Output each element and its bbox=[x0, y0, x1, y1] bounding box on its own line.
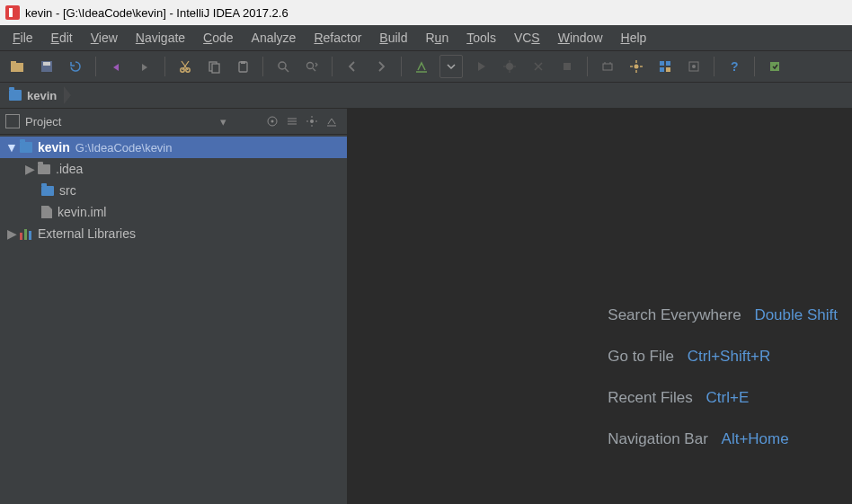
settings-gear-icon[interactable] bbox=[302, 111, 322, 131]
navigation-bar[interactable]: kevin bbox=[0, 83, 852, 109]
svg-rect-30 bbox=[666, 61, 670, 66]
coverage-icon[interactable] bbox=[528, 56, 549, 77]
window-title: kevin - [G:\IdeaCode\kevin] - IntelliJ I… bbox=[25, 6, 288, 20]
tree-item-label: .idea bbox=[56, 162, 83, 176]
update-icon[interactable] bbox=[764, 56, 785, 77]
hide-icon[interactable] bbox=[322, 111, 342, 131]
toolbar-separator bbox=[714, 57, 714, 76]
menu-file[interactable]: File bbox=[4, 27, 42, 49]
svg-rect-1 bbox=[11, 61, 16, 64]
app-icon bbox=[5, 5, 20, 20]
debug-icon[interactable] bbox=[499, 56, 520, 77]
menu-run[interactable]: Run bbox=[416, 27, 457, 49]
hint-label: Navigation Bar bbox=[608, 430, 708, 447]
find-icon[interactable] bbox=[272, 56, 294, 77]
svg-line-11 bbox=[285, 68, 288, 72]
project-pane-header: Project ▾ bbox=[0, 109, 347, 135]
replace-icon[interactable] bbox=[301, 56, 323, 77]
collapse-all-icon[interactable] bbox=[282, 111, 302, 131]
svg-point-12 bbox=[307, 63, 314, 69]
menu-view[interactable]: View bbox=[82, 27, 127, 49]
hint-shortcut: Double Shift bbox=[754, 306, 838, 323]
make-project-icon[interactable] bbox=[411, 56, 432, 77]
menu-help[interactable]: Help bbox=[612, 27, 656, 49]
svg-line-13 bbox=[313, 68, 315, 71]
source-folder-icon bbox=[41, 186, 54, 196]
tree-item-label: src bbox=[59, 183, 76, 198]
project-tree[interactable]: ▼ kevin G:\IdeaCode\kevin ▶ .idea src ke… bbox=[0, 135, 347, 504]
hint-shortcut: Ctrl+E bbox=[706, 389, 750, 406]
tree-item-external-libraries[interactable]: ▶ External Libraries bbox=[0, 223, 347, 244]
window-titlebar: kevin - [G:\IdeaCode\kevin] - IntelliJ I… bbox=[0, 0, 852, 25]
run-config-dropdown[interactable] bbox=[439, 55, 463, 78]
folder-icon bbox=[38, 164, 50, 174]
hint-label: Go to File bbox=[608, 348, 674, 365]
svg-rect-9 bbox=[241, 61, 245, 64]
menu-bar: File Edit View Navigate Code Analyze Ref… bbox=[0, 25, 852, 51]
tree-item-iml[interactable]: kevin.iml bbox=[0, 201, 347, 223]
run-icon[interactable] bbox=[470, 56, 492, 77]
save-all-icon[interactable] bbox=[36, 56, 58, 77]
toolbar-separator bbox=[332, 57, 333, 76]
hint-label: Search Everywhere bbox=[608, 306, 741, 323]
hint-navigation-bar: Navigation Bar Alt+Home bbox=[608, 430, 838, 448]
svg-rect-7 bbox=[212, 64, 219, 73]
project-view-icon bbox=[5, 114, 20, 128]
svg-point-24 bbox=[635, 65, 639, 69]
menu-window[interactable]: Window bbox=[549, 27, 612, 49]
toolbar-separator bbox=[754, 57, 755, 76]
editor-area: Search Everywhere Double Shift Go to Fil… bbox=[348, 109, 852, 504]
menu-tools[interactable]: Tools bbox=[457, 27, 505, 49]
copy-icon[interactable] bbox=[203, 56, 225, 77]
tree-root[interactable]: ▼ kevin G:\IdeaCode\kevin bbox=[0, 137, 347, 158]
project-structure-icon[interactable] bbox=[654, 56, 676, 77]
hint-label: Recent Files bbox=[608, 389, 692, 406]
expand-toggle-icon[interactable]: ▶ bbox=[23, 162, 36, 176]
welcome-hints: Search Everywhere Double Shift Go to Fil… bbox=[608, 306, 838, 448]
tree-item-src[interactable]: src bbox=[0, 180, 347, 201]
menu-vcs[interactable]: VCS bbox=[505, 27, 549, 49]
toolbar-separator bbox=[587, 57, 588, 76]
sync-icon[interactable] bbox=[65, 56, 86, 77]
menu-refactor[interactable]: Refactor bbox=[305, 27, 370, 49]
sdk-icon[interactable] bbox=[683, 56, 705, 77]
stop-icon[interactable] bbox=[556, 56, 578, 77]
folder-icon bbox=[9, 90, 22, 101]
cut-icon[interactable] bbox=[174, 56, 196, 77]
hint-shortcut: Alt+Home bbox=[722, 430, 789, 447]
svg-rect-31 bbox=[660, 67, 664, 72]
tree-root-path: G:\IdeaCode\kevin bbox=[75, 141, 173, 155]
menu-edit[interactable]: Edit bbox=[42, 27, 82, 49]
forward-icon[interactable] bbox=[370, 56, 392, 77]
help-icon[interactable]: ? bbox=[723, 56, 745, 77]
paste-icon[interactable] bbox=[232, 56, 253, 77]
menu-navigate[interactable]: Navigate bbox=[127, 27, 194, 49]
svg-rect-29 bbox=[660, 61, 664, 66]
menu-build[interactable]: Build bbox=[370, 27, 416, 49]
menu-code[interactable]: Code bbox=[194, 27, 242, 49]
tree-root-name: kevin bbox=[38, 140, 70, 155]
hint-recent-files: Recent Files Ctrl+E bbox=[608, 389, 838, 407]
redo-icon[interactable] bbox=[134, 56, 155, 77]
settings-icon[interactable] bbox=[626, 56, 647, 77]
toolbar-separator bbox=[262, 57, 263, 76]
svg-rect-0 bbox=[11, 63, 23, 72]
undo-icon[interactable] bbox=[105, 56, 127, 77]
attach-icon[interactable] bbox=[597, 56, 618, 77]
project-pane-title: Project bbox=[25, 115, 61, 128]
libraries-icon bbox=[20, 227, 32, 240]
toolbar-separator bbox=[164, 57, 165, 76]
svg-point-15 bbox=[506, 63, 513, 70]
menu-analyze[interactable]: Analyze bbox=[243, 27, 306, 49]
back-icon[interactable] bbox=[342, 56, 363, 77]
svg-point-42 bbox=[310, 119, 314, 123]
toolbar-separator bbox=[95, 57, 96, 76]
breadcrumb-root[interactable]: kevin bbox=[5, 87, 66, 104]
open-icon[interactable] bbox=[7, 56, 29, 77]
toolbar-separator bbox=[401, 57, 402, 76]
expand-toggle-icon[interactable]: ▼ bbox=[5, 140, 18, 155]
expand-toggle-icon[interactable]: ▶ bbox=[5, 226, 18, 241]
tree-item-idea[interactable]: ▶ .idea bbox=[0, 158, 347, 180]
locate-icon[interactable] bbox=[262, 111, 282, 131]
project-tool-window: Project ▾ ▼ kevin G:\IdeaCode\kevin ▶ .i… bbox=[0, 109, 348, 504]
